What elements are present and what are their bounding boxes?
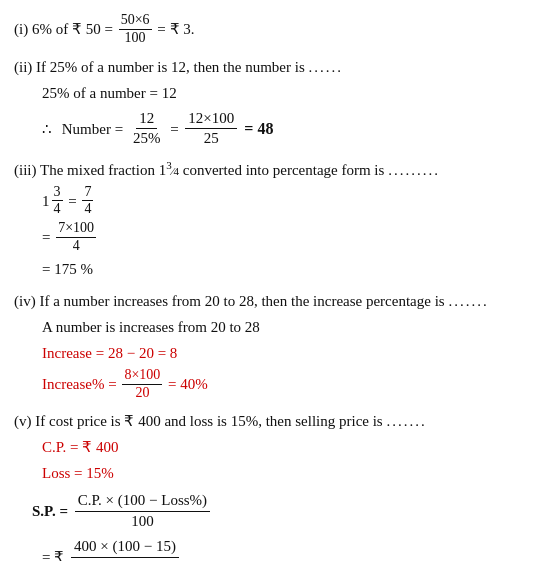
section-iii: (iii) The mixed fraction 13⁄4 converted … xyxy=(14,157,532,281)
section-i-result: = ₹ 3. xyxy=(154,17,195,41)
section-iv-increase: Increase = 28 − 20 = 8 xyxy=(42,341,532,365)
section-iii-step1: 1 3 4 = 7 4 xyxy=(42,184,532,219)
section-ii: (ii) If 25% of a number is 12, then the … xyxy=(14,55,532,149)
section-ii-calculation: ∴ Number = 12 25% = 12×100 25 = 48 xyxy=(42,109,532,149)
section-ii-question: (ii) If 25% of a number is 12, then the … xyxy=(14,55,532,79)
section-i-line: (i) 6% of ₹ 50 = 50×6 100 = ₹ 3. xyxy=(14,12,532,47)
fraction-12x100-25: 12×100 25 xyxy=(185,109,237,149)
fraction-sp-formula: C.P. × (100 − Loss%) 100 xyxy=(75,491,210,531)
section-i-text: (i) 6% of ₹ 50 = xyxy=(14,17,117,41)
fraction-8x100-20: 8×100 20 xyxy=(122,367,162,402)
fraction-3-4-mixed: 3 4 xyxy=(52,184,63,219)
fraction-50x6: 50×6 100 xyxy=(119,12,152,47)
section-v-loss: Loss = 15% xyxy=(42,461,532,485)
section-iii-question: (iii) The mixed fraction 13⁄4 converted … xyxy=(14,157,532,182)
sp-label: S.P. = xyxy=(32,499,72,523)
page-content: (i) 6% of ₹ 50 = 50×6 100 = ₹ 3. (ii) If… xyxy=(14,12,532,561)
section-v-question: (v) If cost price is ₹ 400 and loss is 1… xyxy=(14,409,532,433)
section-v-sp-formula: S.P. = C.P. × (100 − Loss%) 100 xyxy=(32,491,532,531)
section-iv-given: A number is increases from 20 to 28 xyxy=(42,315,532,339)
fraction-12-25pct: 12 25% xyxy=(130,109,164,149)
section-i: (i) 6% of ₹ 50 = 50×6 100 = ₹ 3. xyxy=(14,12,532,47)
section-ii-q-text: (ii) If 25% of a number is 12, then the … xyxy=(14,59,343,75)
section-iv-increase-pct: Increase% = 8×100 20 = 40% xyxy=(42,367,532,402)
section-ii-given: 25% of a number = 12 xyxy=(42,81,532,105)
section-iii-result: = 175 % xyxy=(42,257,532,281)
fraction-7x100-4: 7×100 4 xyxy=(56,220,96,255)
section-iii-step2: = 7×100 4 xyxy=(42,220,532,255)
section-v: (v) If cost price is ₹ 400 and loss is 1… xyxy=(14,409,532,561)
therefore-symbol: ∴ xyxy=(42,117,56,141)
section-v-cp: C.P. = ₹ 400 xyxy=(42,435,532,459)
fraction-7-4: 7 4 xyxy=(82,184,93,219)
section-iv-question: (iv) If a number increases from 20 to 28… xyxy=(14,289,532,313)
section-v-sp-calc: = ₹ 400 × (100 − 15) 100 xyxy=(42,537,532,561)
fraction-sp-calc: 400 × (100 − 15) 100 xyxy=(71,537,179,561)
section-iv: (iv) If a number increases from 20 to 28… xyxy=(14,289,532,402)
section-ii-result: = 48 xyxy=(240,116,273,142)
